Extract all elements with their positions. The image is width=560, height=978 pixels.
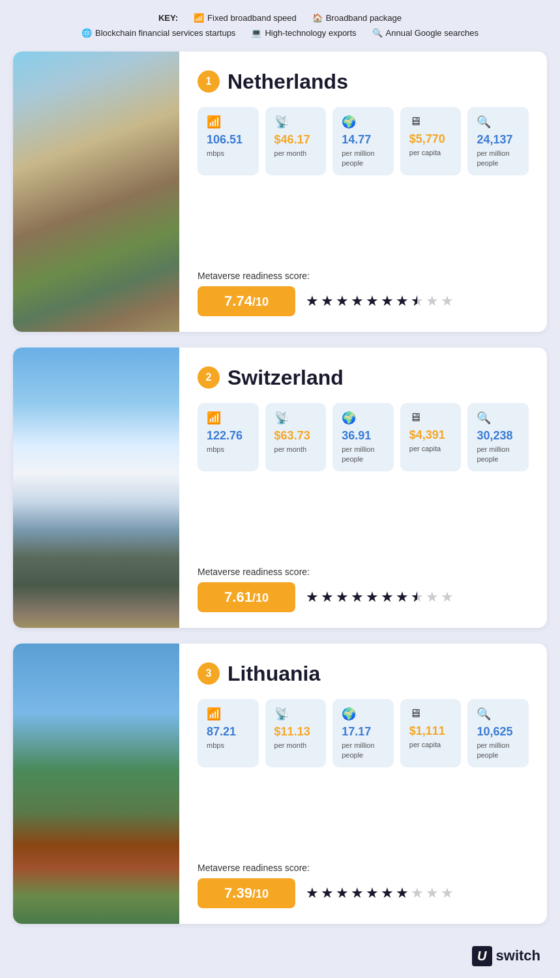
stat-value-1: $46.17 xyxy=(274,133,317,147)
star-full: ★ xyxy=(366,293,379,310)
score-pill: 7.74/10 xyxy=(198,286,295,316)
u-logo: U xyxy=(472,946,492,966)
stat-card-3: 🖥 $4,391 per capita xyxy=(400,403,462,471)
key-blockchain: 🌐 Blockchain financial services startups xyxy=(81,25,235,40)
country-header: 2 Switzerland xyxy=(198,366,529,390)
stat-label-4: per million people xyxy=(477,741,520,760)
score-pill: 7.39/10 xyxy=(198,878,295,908)
star-full: ★ xyxy=(366,885,379,902)
search-icon: 🔍 xyxy=(372,25,383,40)
card-image xyxy=(13,52,179,332)
stat-label-0: mbps xyxy=(207,149,250,158)
stat-card-0: 📶 87.21 mbps xyxy=(198,699,259,767)
stat-value-3: $4,391 xyxy=(409,428,452,443)
stat-value-0: 87.21 xyxy=(207,725,250,739)
stars: ★★★★★★★★★★ xyxy=(306,885,454,902)
star-full: ★ xyxy=(396,589,409,606)
star-full: ★ xyxy=(336,885,349,902)
score-row: 7.74/10 ★★★★★★★ ★ ★ ★★ xyxy=(198,286,529,316)
star-empty: ★ xyxy=(441,885,454,902)
stat-card-1: 📡 $11.13 per month xyxy=(265,699,327,767)
stat-value-3: $1,111 xyxy=(409,724,452,739)
stat-card-4: 🔍 30,238 per million people xyxy=(467,403,529,471)
stat-icon-0: 📶 xyxy=(207,115,250,129)
stat-icon-1: 📡 xyxy=(274,411,317,425)
stat-icon-4: 🔍 xyxy=(477,411,520,425)
stat-label-2: per million people xyxy=(342,741,385,760)
switch-text: switch xyxy=(496,947,540,964)
stat-icon-4: 🔍 xyxy=(477,707,520,721)
score-section: Metaverse readiness score: 7.61/10 ★★★★★… xyxy=(198,567,529,612)
stat-card-2: 🌍 36.91 per million people xyxy=(332,403,394,471)
stat-icon-4: 🔍 xyxy=(477,115,520,129)
stat-icon-0: 📶 xyxy=(207,707,250,721)
card-image xyxy=(13,348,179,628)
star-half: ★ ★ xyxy=(411,293,424,310)
stat-icon-3: 🖥 xyxy=(409,411,452,424)
score-label: Metaverse readiness score: xyxy=(198,567,529,577)
star-full: ★ xyxy=(336,589,349,606)
stat-icon-3: 🖥 xyxy=(409,707,452,720)
score-section: Metaverse readiness score: 7.39/10 ★★★★★… xyxy=(198,863,529,908)
wifi-icon: 📶 xyxy=(194,10,204,25)
stat-label-1: per month xyxy=(274,445,317,454)
star-full: ★ xyxy=(321,589,334,606)
stat-value-3: $5,770 xyxy=(409,132,452,147)
stat-icon-2: 🌍 xyxy=(342,707,385,721)
star-empty: ★ xyxy=(441,589,454,606)
star-empty: ★ xyxy=(411,885,424,902)
key-section: KEY: 📶 Fixed broadband speed 🏠 Broadband… xyxy=(13,10,547,41)
star-full: ★ xyxy=(306,885,319,902)
stat-card-0: 📶 122.76 mbps xyxy=(198,403,259,471)
star-full: ★ xyxy=(396,293,409,310)
stat-card-3: 🖥 $5,770 per capita xyxy=(400,107,462,175)
stat-value-2: 14.77 xyxy=(342,133,385,147)
star-full: ★ xyxy=(321,885,334,902)
score-section: Metaverse readiness score: 7.74/10 ★★★★★… xyxy=(198,271,529,316)
stat-icon-2: 🌍 xyxy=(342,411,385,425)
stat-label-4: per million people xyxy=(477,149,520,168)
stat-icon-0: 📶 xyxy=(207,411,250,425)
score-denom: /10 xyxy=(252,591,269,604)
score-denom: /10 xyxy=(252,887,269,900)
stat-card-2: 🌍 14.77 per million people xyxy=(332,107,394,175)
star-full: ★ xyxy=(351,885,364,902)
score-row: 7.61/10 ★★★★★★★ ★ ★ ★★ xyxy=(198,582,529,612)
country-card-2: 2 Switzerland 📶 122.76 mbps 📡 $63.73 per… xyxy=(13,348,547,628)
stat-value-0: 106.51 xyxy=(207,133,250,147)
score-value: 7.61 xyxy=(224,589,252,605)
key-fixed-broadband: 📶 Fixed broadband speed xyxy=(194,10,297,25)
star-full: ★ xyxy=(321,293,334,310)
rank-badge: 2 xyxy=(198,366,220,389)
country-name: Lithuania xyxy=(228,662,320,686)
card-image xyxy=(13,644,179,924)
rank-badge: 1 xyxy=(198,70,220,93)
star-full: ★ xyxy=(366,589,379,606)
stat-icon-2: 🌍 xyxy=(342,115,385,129)
stat-card-2: 🌍 17.17 per million people xyxy=(332,699,394,767)
country-name: Netherlands xyxy=(228,70,348,94)
country-header: 3 Lithuania xyxy=(198,662,529,686)
stat-value-4: 10,625 xyxy=(477,725,520,739)
star-empty: ★ xyxy=(426,589,439,606)
uswitch-logo: U switch xyxy=(472,946,540,966)
rank-badge: 3 xyxy=(198,662,220,685)
country-card-1: 1 Netherlands 📶 106.51 mbps 📡 $46.17 per… xyxy=(13,52,547,332)
stat-icon-1: 📡 xyxy=(274,115,317,129)
stat-value-4: 24,137 xyxy=(477,133,520,147)
stat-card-0: 📶 106.51 mbps xyxy=(198,107,259,175)
score-value: 7.74 xyxy=(224,293,252,309)
stat-value-1: $63.73 xyxy=(274,429,317,443)
star-full: ★ xyxy=(381,293,394,310)
star-full: ★ xyxy=(306,293,319,310)
card-content: 1 Netherlands 📶 106.51 mbps 📡 $46.17 per… xyxy=(179,52,547,332)
key-hightech: 💻 High-technology exports xyxy=(251,25,356,40)
star-empty: ★ xyxy=(426,885,439,902)
stat-card-1: 📡 $46.17 per month xyxy=(265,107,327,175)
stat-value-0: 122.76 xyxy=(207,429,250,443)
key-broadband-package: 🏠 Broadband package xyxy=(312,10,402,25)
globe-icon: 🌐 xyxy=(81,25,92,40)
stat-label-1: per month xyxy=(274,149,317,158)
stat-value-4: 30,238 xyxy=(477,429,520,443)
card-content: 3 Lithuania 📶 87.21 mbps 📡 $11.13 per mo… xyxy=(179,644,547,924)
